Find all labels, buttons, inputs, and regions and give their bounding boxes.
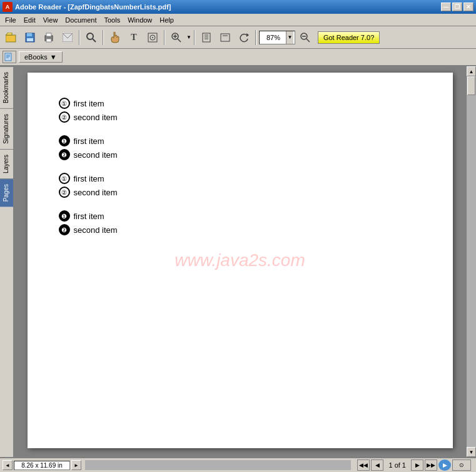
bookmarks-tab[interactable]: Bookmarks: [0, 66, 13, 108]
menu-view[interactable]: View: [39, 15, 62, 25]
svg-rect-18: [203, 33, 210, 42]
zoom-input[interactable]: [261, 34, 286, 41]
svg-rect-3: [27, 33, 32, 36]
snapshot-button[interactable]: [144, 29, 161, 46]
nav-bar: ◀◀ ◀ 1 of 1 ▶ ▶▶ ▶ ⊙: [352, 459, 476, 471]
text-select-button[interactable]: T: [125, 29, 143, 46]
zoom-box: ▼: [259, 31, 295, 44]
svg-line-26: [306, 39, 310, 42]
bullet-filled-2: ❷: [59, 149, 70, 160]
list-item-label: second item: [74, 225, 118, 235]
ebooks-arrow: ▼: [50, 53, 57, 61]
menu-window[interactable]: Window: [124, 15, 156, 25]
list-item-label: second item: [74, 113, 118, 122]
get-reader-button[interactable]: Got Reader 7.0?: [318, 31, 380, 44]
menu-edit[interactable]: Edit: [20, 15, 39, 25]
toolbar-separator-3: [164, 30, 165, 45]
list-item-label: first item: [74, 212, 104, 221]
list-item-label: first item: [74, 174, 104, 183]
last-page-button[interactable]: ▶▶: [425, 459, 437, 471]
right-scrollbar: ▲ ▼: [466, 66, 476, 457]
title-bar-text: Adobe Reader - [ZapfDingbatsNumberLists.…: [15, 3, 441, 11]
page-size: 8.26 x 11.69 in: [14, 461, 70, 470]
email-button[interactable]: [59, 29, 76, 46]
list-item-label: second item: [74, 188, 118, 197]
scroll-down-button[interactable]: ▼: [467, 447, 476, 457]
list-item-label: second item: [74, 150, 118, 160]
scroll-thumb[interactable]: [467, 76, 475, 95]
svg-rect-6: [46, 33, 51, 36]
next-page-button[interactable]: ▶: [411, 459, 423, 471]
zoom-in-button[interactable]: [168, 29, 185, 46]
toolbar: T ▼ ▼ Got Reader 7.0?: [0, 26, 476, 49]
list-item: ❷ second item: [59, 224, 422, 235]
toolbar2-icon: [3, 51, 16, 63]
minimize-button[interactable]: —: [441, 3, 451, 11]
first-page-button[interactable]: ◀◀: [357, 459, 370, 471]
signatures-tab[interactable]: Signatures: [0, 108, 13, 149]
zoom-dropdown-button[interactable]: ▼: [286, 31, 293, 44]
misc-button[interactable]: ⊙: [452, 459, 471, 471]
menu-tools[interactable]: Tools: [101, 15, 124, 25]
menu-document[interactable]: Document: [61, 15, 100, 25]
svg-marker-24: [246, 33, 249, 37]
list-item-label: first item: [74, 99, 104, 108]
fit-width-button[interactable]: [216, 29, 234, 46]
list-item-label: first item: [74, 136, 104, 146]
side-panel: Bookmarks Signatures Layers Pages: [0, 66, 14, 457]
toolbar2: eBooks ▼: [0, 49, 476, 66]
status-bar: ◄ 8.26 x 11.69 in ► ◀◀ ◀ 1 of 1 ▶ ▶▶ ▶ ⊙: [0, 457, 476, 472]
ebooks-label: eBooks: [24, 53, 48, 61]
zoom-out-button[interactable]: [296, 29, 314, 46]
search-button[interactable]: [83, 29, 100, 46]
page-size-expand[interactable]: ►: [71, 460, 81, 470]
menu-help[interactable]: Help: [156, 15, 178, 25]
watermark: www.java2s.com: [175, 250, 305, 270]
app-icon: A: [3, 2, 13, 12]
fit-page-button[interactable]: [198, 29, 215, 46]
svg-line-15: [178, 39, 181, 42]
svg-rect-7: [46, 39, 51, 42]
list-item: ❷ second item: [59, 149, 422, 160]
svg-point-9: [87, 33, 93, 39]
prev-page-button[interactable]: ◀: [371, 459, 383, 471]
bullet-filled-3: ❶: [59, 210, 70, 222]
content-area: www.java2s.com ① first item ② second ite…: [14, 66, 466, 457]
bullet-outline-4: ②: [59, 187, 70, 198]
restore-button[interactable]: ❐: [452, 3, 462, 11]
svg-marker-1: [6, 33, 12, 35]
zoom-dropdown-arrow[interactable]: ▼: [186, 34, 191, 40]
svg-rect-22: [221, 34, 230, 41]
main-area: Bookmarks Signatures Layers Pages www.ja…: [0, 66, 476, 457]
list-item: ② second item: [59, 111, 422, 123]
bullet-filled-4: ❷: [59, 224, 70, 235]
title-bar-buttons: — ❐ ✕: [441, 3, 473, 11]
list-item: ① first item: [59, 173, 422, 184]
print-button[interactable]: [40, 29, 58, 46]
menu-bar: File Edit View Document Tools Window Hel…: [0, 14, 476, 26]
toolbar-separator-1: [79, 30, 80, 45]
audio-button[interactable]: ▶: [438, 459, 451, 471]
save-button[interactable]: [21, 29, 39, 46]
bullet-filled-1: ❶: [59, 135, 70, 146]
page-indicator: 1 of 1: [385, 461, 410, 469]
rotate-button[interactable]: [235, 29, 253, 46]
title-bar: A Adobe Reader - [ZapfDingbatsNumberList…: [0, 0, 476, 14]
ebooks-button[interactable]: eBooks ▼: [19, 51, 63, 63]
open-button[interactable]: [3, 29, 20, 46]
svg-line-10: [93, 39, 96, 42]
hand-tool-button[interactable]: [106, 29, 124, 46]
scroll-up-button[interactable]: ▲: [467, 66, 476, 76]
list-item: ❶ first item: [59, 135, 422, 146]
scroll-left-button[interactable]: ◄: [3, 460, 13, 470]
menu-file[interactable]: File: [1, 15, 20, 25]
toolbar-separator-4: [194, 30, 195, 45]
scroll-track[interactable]: [467, 76, 476, 447]
close-button[interactable]: ✕: [463, 3, 473, 11]
svg-rect-4: [27, 38, 33, 41]
toolbar-separator-5: [255, 30, 256, 45]
layers-tab[interactable]: Layers: [0, 149, 13, 178]
h-scroll-track[interactable]: [85, 460, 351, 470]
pages-tab[interactable]: Pages: [0, 178, 13, 207]
list-section-2: ❶ first item ❷ second item: [59, 135, 422, 160]
